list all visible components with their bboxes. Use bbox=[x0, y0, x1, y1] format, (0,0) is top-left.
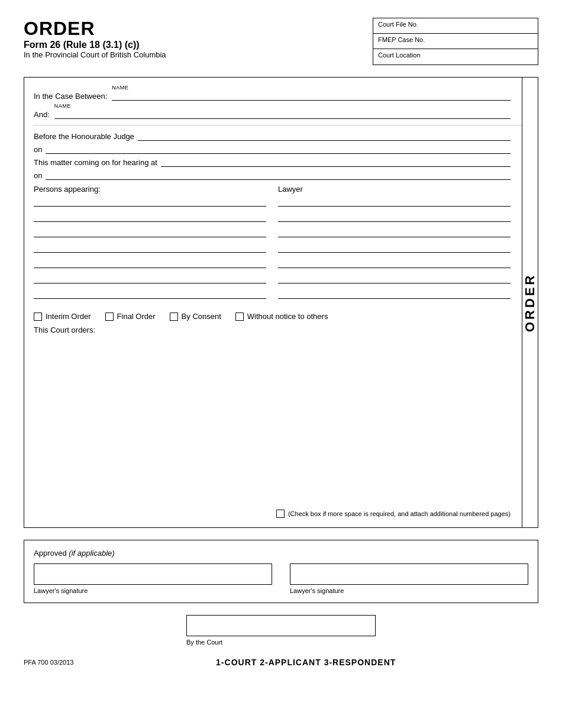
lawyer-sig-box-2[interactable] bbox=[290, 563, 528, 585]
judge-section: Before the Honourable Judge on This matt… bbox=[34, 131, 528, 180]
footer-form-code: PFA 700 03/2013 bbox=[24, 659, 73, 666]
lawyer-line-3[interactable] bbox=[278, 227, 511, 237]
persons-label: Persons appearing: bbox=[34, 185, 266, 194]
interim-order-checkbox[interactable] bbox=[34, 313, 42, 321]
final-order-label: Final Order bbox=[117, 312, 156, 321]
lawyer-sig-label-1: Lawyer's signature bbox=[34, 587, 272, 594]
fmep-case-label: FMEP Case No. bbox=[378, 36, 425, 43]
page-title: ORDER bbox=[24, 18, 166, 40]
name-label-2: NAME bbox=[54, 103, 511, 109]
by-court-section: By the Court bbox=[24, 615, 538, 646]
matter-label: This matter coming on for hearing at bbox=[34, 158, 157, 167]
by-consent-item: By Consent bbox=[170, 312, 221, 321]
lawyer-line-1[interactable] bbox=[278, 196, 511, 207]
by-court-label: By the Court bbox=[186, 639, 376, 646]
by-consent-checkbox[interactable] bbox=[170, 313, 178, 321]
lawyer-line-2[interactable] bbox=[278, 211, 511, 222]
case-between-row: In the Case Between: NAME bbox=[34, 85, 528, 101]
person-line-5[interactable] bbox=[34, 257, 266, 268]
matter-input[interactable] bbox=[161, 157, 511, 167]
without-notice-checkbox[interactable] bbox=[235, 313, 244, 321]
on-row-2: on bbox=[34, 170, 511, 180]
person-line-1[interactable] bbox=[34, 196, 266, 207]
judge-row: Before the Honourable Judge bbox=[34, 131, 511, 141]
persons-col-left: Persons appearing: bbox=[34, 185, 266, 304]
on-row-1: on bbox=[34, 144, 511, 154]
signature-row: Lawyer's signature Lawyer's signature bbox=[34, 563, 528, 594]
signature-block-2: Lawyer's signature bbox=[290, 563, 528, 594]
header-section: ORDER Form 26 (Rule 18 (3.1) (c)) In the… bbox=[24, 18, 538, 65]
person-line-3[interactable] bbox=[34, 227, 266, 237]
lawyer-line-6[interactable] bbox=[278, 273, 511, 284]
person-line-4[interactable] bbox=[34, 242, 266, 253]
without-notice-item: Without notice to others bbox=[235, 312, 328, 321]
lawyer-line-7[interactable] bbox=[278, 288, 511, 299]
lawyer-sig-label-2: Lawyer's signature bbox=[290, 587, 528, 594]
name-field-1-wrapper: NAME bbox=[112, 85, 528, 101]
divider-1 bbox=[34, 125, 528, 125]
signature-block-1: Lawyer's signature bbox=[34, 563, 272, 594]
and-row: And: NAME bbox=[34, 103, 528, 119]
name-input-2[interactable] bbox=[54, 109, 511, 119]
person-line-6[interactable] bbox=[34, 273, 266, 284]
interim-order-label: Interim Order bbox=[46, 312, 91, 321]
approved-section: Approved (if applicable) Lawyer's signat… bbox=[24, 540, 538, 603]
approved-title: Approved (if applicable) bbox=[34, 549, 528, 558]
final-order-item: Final Order bbox=[105, 312, 156, 321]
main-form: ORDER In the Case Between: NAME And: NAM… bbox=[24, 77, 538, 528]
info-boxes: Court File No. FMEP Case No. Court Locat… bbox=[373, 18, 538, 65]
court-location-row: Court Location bbox=[373, 49, 538, 65]
title-block: ORDER Form 26 (Rule 18 (3.1) (c)) In the… bbox=[24, 18, 166, 59]
orders-area[interactable] bbox=[34, 339, 528, 505]
judge-label: Before the Honourable Judge bbox=[34, 132, 134, 141]
lawyer-sig-box-1[interactable] bbox=[34, 563, 272, 585]
court-file-row: Court File No. bbox=[373, 18, 538, 34]
by-court-inner: By the Court bbox=[186, 615, 376, 646]
footer-copies: 1-COURT 2-APPLICANT 3-RESPONDENT bbox=[73, 658, 538, 667]
lawyer-line-5[interactable] bbox=[278, 257, 511, 268]
name-field-2-wrapper: NAME bbox=[54, 103, 528, 119]
person-line-7[interactable] bbox=[34, 288, 266, 299]
court-location-label: Court Location bbox=[378, 51, 421, 59]
on-date-input-2[interactable] bbox=[46, 170, 511, 180]
court-file-label: Court File No. bbox=[378, 21, 418, 28]
court-name: In the Provincial Court of British Colum… bbox=[24, 50, 166, 59]
judge-input[interactable] bbox=[138, 131, 511, 141]
person-line-2[interactable] bbox=[34, 211, 266, 222]
more-space-checkbox[interactable] bbox=[276, 510, 285, 518]
name-label-1: NAME bbox=[112, 85, 511, 91]
final-order-checkbox[interactable] bbox=[105, 313, 114, 321]
name-input-1[interactable] bbox=[112, 91, 511, 101]
more-space-row: (Check box if more space is required, an… bbox=[34, 510, 528, 518]
case-between-label: In the Case Between: bbox=[34, 92, 107, 101]
by-consent-label: By Consent bbox=[182, 312, 221, 321]
approved-italic: (if applicable) bbox=[69, 549, 114, 558]
court-sig-box[interactable] bbox=[186, 615, 376, 636]
form-number: Form 26 (Rule 18 (3.1) (c)) bbox=[24, 40, 166, 50]
fmep-case-row: FMEP Case No. bbox=[373, 34, 538, 49]
lawyer-label: Lawyer bbox=[278, 185, 511, 194]
interim-order-item: Interim Order bbox=[34, 312, 91, 321]
on-label-1: on bbox=[34, 145, 42, 154]
court-orders-label: This Court orders: bbox=[34, 326, 528, 334]
and-label: And: bbox=[34, 110, 50, 119]
on-label-2: on bbox=[34, 171, 42, 180]
lawyer-line-4[interactable] bbox=[278, 242, 511, 253]
matter-row: This matter coming on for hearing at bbox=[34, 157, 511, 167]
more-space-text: (Check box if more space is required, an… bbox=[288, 510, 511, 517]
checkboxes-row: Interim Order Final Order By Consent Wit… bbox=[34, 312, 528, 321]
footer-row: PFA 700 03/2013 1-COURT 2-APPLICANT 3-RE… bbox=[24, 658, 538, 667]
without-notice-label: Without notice to others bbox=[247, 312, 328, 321]
persons-col-right: Lawyer bbox=[278, 185, 511, 304]
persons-section: Persons appearing: Lawyer bbox=[34, 185, 528, 304]
on-date-input-1[interactable] bbox=[46, 144, 511, 154]
